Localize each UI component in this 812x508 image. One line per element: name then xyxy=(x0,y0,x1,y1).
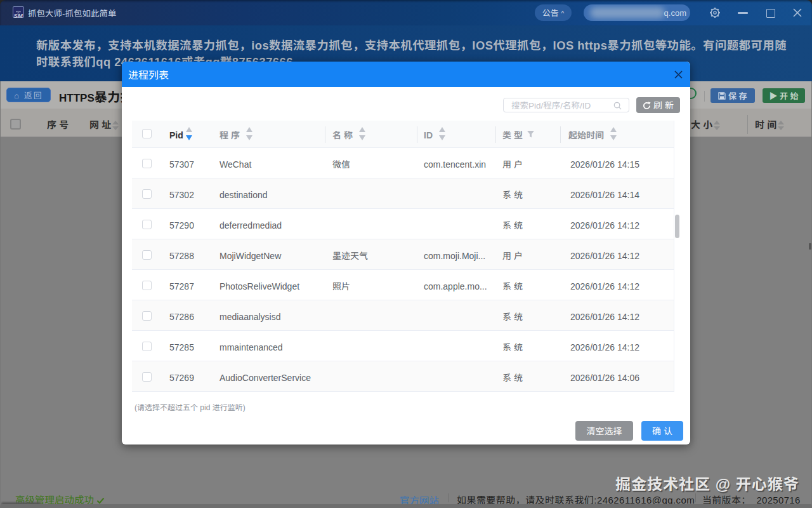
svg-text:SM: SM xyxy=(14,12,23,19)
